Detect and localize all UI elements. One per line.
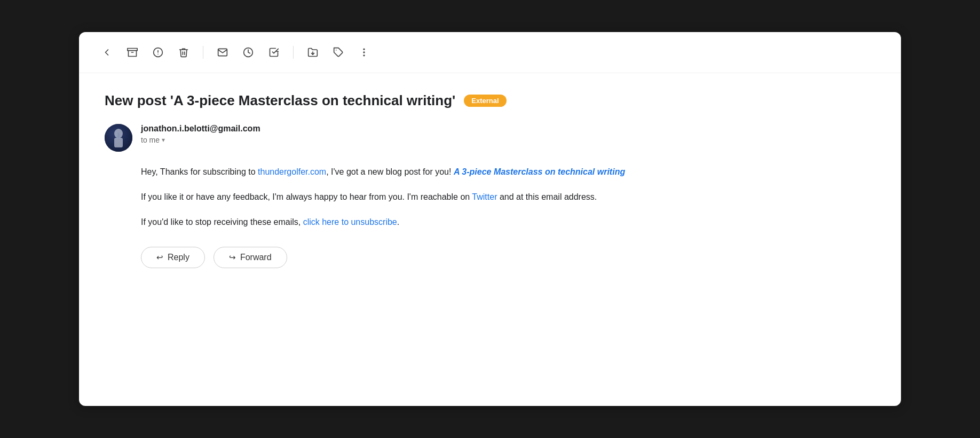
to-me-label: to me <box>141 136 160 144</box>
svg-point-10 <box>363 52 365 53</box>
body-text-6: . <box>397 217 399 226</box>
svg-point-9 <box>363 49 365 50</box>
toolbar <box>79 32 901 73</box>
forward-label: Forward <box>240 253 272 262</box>
action-buttons: ↩ Reply ↪ Forward <box>141 247 875 268</box>
email-content: Hey, Thanks for subscribing to thundergo… <box>141 165 875 230</box>
email-card: New post 'A 3-piece Masterclass on techn… <box>79 32 901 406</box>
avatar <box>105 124 132 152</box>
svg-rect-0 <box>128 49 137 51</box>
forward-button[interactable]: ↪ Forward <box>214 247 287 268</box>
task-button[interactable] <box>265 44 282 61</box>
external-badge: External <box>464 95 506 107</box>
label-button[interactable] <box>330 44 347 61</box>
toolbar-divider-2 <box>293 46 294 59</box>
body-text-3: If you like it or have any feedback, I'm… <box>141 192 472 201</box>
body-text-1: Hey, Thanks for subscribing to <box>141 167 258 176</box>
archive-button[interactable] <box>124 44 141 61</box>
move-button[interactable] <box>304 44 321 61</box>
report-button[interactable] <box>149 44 167 61</box>
email-subject: New post 'A 3-piece Masterclass on techn… <box>105 92 455 109</box>
toolbar-divider-1 <box>203 46 203 59</box>
reply-icon: ↩ <box>156 253 163 262</box>
to-me-dropdown[interactable]: to me ▾ <box>141 136 260 144</box>
email-paragraph-3: If you'd like to stop receiving these em… <box>141 215 875 229</box>
reply-label: Reply <box>168 253 189 262</box>
mark-unread-button[interactable] <box>214 44 231 61</box>
email-paragraph-1: Hey, Thanks for subscribing to thundergo… <box>141 165 875 179</box>
more-options-button[interactable] <box>355 44 373 61</box>
sender-row: jonathon.i.belotti@gmail.com to me ▾ <box>105 124 875 152</box>
body-text-4: and at this email address. <box>497 192 597 201</box>
svg-point-11 <box>363 55 365 56</box>
sender-info: jonathon.i.belotti@gmail.com to me ▾ <box>141 124 260 144</box>
sender-email: jonathon.i.belotti@gmail.com <box>141 124 260 134</box>
body-text-2: , I've got a new blog post for you! <box>326 167 454 176</box>
forward-icon: ↪ <box>229 253 236 262</box>
unsubscribe-link[interactable]: click here to unsubscribe <box>303 217 397 226</box>
back-button[interactable] <box>98 44 115 61</box>
email-paragraph-2: If you like it or have any feedback, I'm… <box>141 190 875 204</box>
thundergolfer-link[interactable]: thundergolfer.com <box>258 167 326 176</box>
svg-rect-14 <box>117 132 120 139</box>
body-text-5: If you'd like to stop receiving these em… <box>141 217 303 226</box>
reply-button[interactable]: ↩ Reply <box>141 247 205 268</box>
delete-button[interactable] <box>175 44 192 61</box>
snooze-button[interactable] <box>240 44 257 61</box>
subject-row: New post 'A 3-piece Masterclass on techn… <box>105 92 875 109</box>
twitter-link[interactable]: Twitter <box>472 192 497 201</box>
svg-rect-13 <box>114 138 123 147</box>
email-body: New post 'A 3-piece Masterclass on techn… <box>79 73 901 294</box>
masterclass-link[interactable]: A 3-piece Masterclass on technical writi… <box>454 167 625 176</box>
chevron-down-icon: ▾ <box>162 136 165 144</box>
